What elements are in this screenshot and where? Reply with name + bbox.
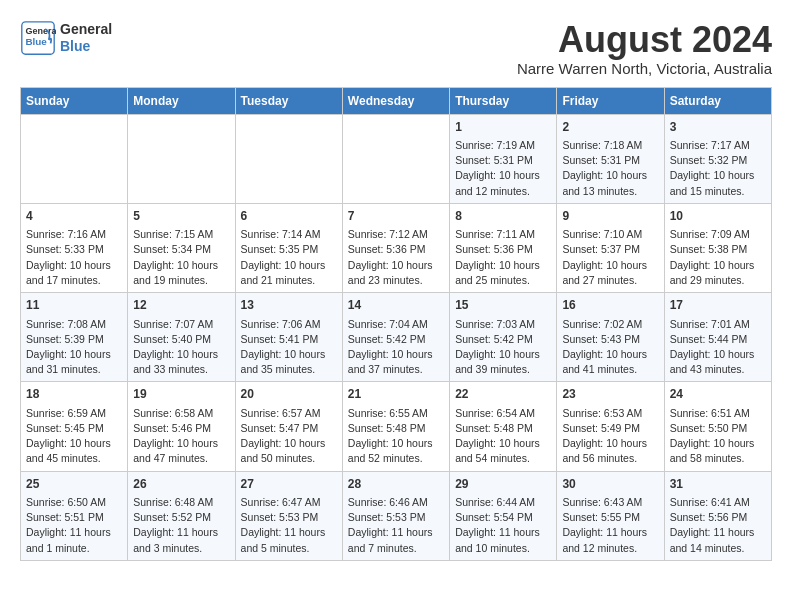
day-number: 25 bbox=[26, 476, 122, 493]
day-info: Sunset: 5:44 PM bbox=[670, 332, 766, 347]
day-info: Daylight: 10 hours bbox=[26, 258, 122, 273]
day-number: 15 bbox=[455, 297, 551, 314]
day-info: Sunset: 5:35 PM bbox=[241, 242, 337, 257]
day-info: Sunrise: 7:08 AM bbox=[26, 317, 122, 332]
day-info: Daylight: 11 hours bbox=[670, 525, 766, 540]
day-info: and 58 minutes. bbox=[670, 451, 766, 466]
day-info: Sunset: 5:32 PM bbox=[670, 153, 766, 168]
day-info: Sunset: 5:33 PM bbox=[26, 242, 122, 257]
calendar-cell: 3Sunrise: 7:17 AMSunset: 5:32 PMDaylight… bbox=[664, 114, 771, 203]
day-info: and 10 minutes. bbox=[455, 541, 551, 556]
page-header: General Blue General Blue August 2024 Na… bbox=[20, 20, 772, 77]
day-info: Sunset: 5:42 PM bbox=[348, 332, 444, 347]
day-info: Daylight: 11 hours bbox=[26, 525, 122, 540]
calendar-cell: 23Sunrise: 6:53 AMSunset: 5:49 PMDayligh… bbox=[557, 382, 664, 471]
day-info: Daylight: 11 hours bbox=[133, 525, 229, 540]
day-info: Daylight: 10 hours bbox=[241, 436, 337, 451]
day-info: Sunrise: 6:46 AM bbox=[348, 495, 444, 510]
day-number: 12 bbox=[133, 297, 229, 314]
logo-icon: General Blue bbox=[20, 20, 56, 56]
day-info: Sunrise: 6:58 AM bbox=[133, 406, 229, 421]
day-number: 9 bbox=[562, 208, 658, 225]
day-info: Sunrise: 6:53 AM bbox=[562, 406, 658, 421]
calendar-cell: 7Sunrise: 7:12 AMSunset: 5:36 PMDaylight… bbox=[342, 203, 449, 292]
day-info: and 41 minutes. bbox=[562, 362, 658, 377]
day-number: 2 bbox=[562, 119, 658, 136]
day-number: 3 bbox=[670, 119, 766, 136]
calendar-header-row: SundayMondayTuesdayWednesdayThursdayFrid… bbox=[21, 87, 772, 114]
calendar-cell: 21Sunrise: 6:55 AMSunset: 5:48 PMDayligh… bbox=[342, 382, 449, 471]
calendar-cell bbox=[21, 114, 128, 203]
calendar-cell: 12Sunrise: 7:07 AMSunset: 5:40 PMDayligh… bbox=[128, 293, 235, 382]
day-info: and 12 minutes. bbox=[455, 184, 551, 199]
day-info: and 17 minutes. bbox=[26, 273, 122, 288]
weekday-header: Saturday bbox=[664, 87, 771, 114]
day-number: 19 bbox=[133, 386, 229, 403]
day-info: Sunset: 5:38 PM bbox=[670, 242, 766, 257]
day-info: Sunrise: 6:55 AM bbox=[348, 406, 444, 421]
day-number: 5 bbox=[133, 208, 229, 225]
day-info: Daylight: 10 hours bbox=[133, 258, 229, 273]
calendar-cell: 4Sunrise: 7:16 AMSunset: 5:33 PMDaylight… bbox=[21, 203, 128, 292]
day-info: Sunset: 5:49 PM bbox=[562, 421, 658, 436]
calendar-cell: 5Sunrise: 7:15 AMSunset: 5:34 PMDaylight… bbox=[128, 203, 235, 292]
day-info: Sunset: 5:53 PM bbox=[241, 510, 337, 525]
day-info: Sunset: 5:31 PM bbox=[562, 153, 658, 168]
day-info: and 45 minutes. bbox=[26, 451, 122, 466]
day-number: 4 bbox=[26, 208, 122, 225]
day-info: and 47 minutes. bbox=[133, 451, 229, 466]
day-info: Sunset: 5:36 PM bbox=[348, 242, 444, 257]
day-number: 17 bbox=[670, 297, 766, 314]
day-number: 31 bbox=[670, 476, 766, 493]
day-info: Sunset: 5:48 PM bbox=[348, 421, 444, 436]
day-info: Daylight: 10 hours bbox=[670, 258, 766, 273]
day-number: 24 bbox=[670, 386, 766, 403]
calendar-cell: 18Sunrise: 6:59 AMSunset: 5:45 PMDayligh… bbox=[21, 382, 128, 471]
day-info: Daylight: 10 hours bbox=[133, 436, 229, 451]
day-info: Daylight: 10 hours bbox=[562, 258, 658, 273]
day-info: and 12 minutes. bbox=[562, 541, 658, 556]
day-number: 28 bbox=[348, 476, 444, 493]
day-info: and 52 minutes. bbox=[348, 451, 444, 466]
day-number: 27 bbox=[241, 476, 337, 493]
calendar-week-row: 4Sunrise: 7:16 AMSunset: 5:33 PMDaylight… bbox=[21, 203, 772, 292]
calendar-cell: 27Sunrise: 6:47 AMSunset: 5:53 PMDayligh… bbox=[235, 471, 342, 560]
day-number: 20 bbox=[241, 386, 337, 403]
day-info: and 13 minutes. bbox=[562, 184, 658, 199]
day-number: 11 bbox=[26, 297, 122, 314]
day-number: 14 bbox=[348, 297, 444, 314]
calendar-cell: 28Sunrise: 6:46 AMSunset: 5:53 PMDayligh… bbox=[342, 471, 449, 560]
day-info: Daylight: 10 hours bbox=[670, 347, 766, 362]
day-info: and 35 minutes. bbox=[241, 362, 337, 377]
day-info: Sunset: 5:39 PM bbox=[26, 332, 122, 347]
calendar-cell bbox=[235, 114, 342, 203]
day-info: and 33 minutes. bbox=[133, 362, 229, 377]
calendar-week-row: 11Sunrise: 7:08 AMSunset: 5:39 PMDayligh… bbox=[21, 293, 772, 382]
day-info: Daylight: 10 hours bbox=[455, 168, 551, 183]
day-info: Sunset: 5:45 PM bbox=[26, 421, 122, 436]
calendar-cell: 25Sunrise: 6:50 AMSunset: 5:51 PMDayligh… bbox=[21, 471, 128, 560]
day-info: Sunrise: 7:10 AM bbox=[562, 227, 658, 242]
weekday-header: Thursday bbox=[450, 87, 557, 114]
calendar-cell: 1Sunrise: 7:19 AMSunset: 5:31 PMDaylight… bbox=[450, 114, 557, 203]
day-info: Sunrise: 6:57 AM bbox=[241, 406, 337, 421]
weekday-header: Friday bbox=[557, 87, 664, 114]
day-info: Daylight: 10 hours bbox=[26, 347, 122, 362]
day-info: Sunrise: 7:15 AM bbox=[133, 227, 229, 242]
day-info: Sunset: 5:50 PM bbox=[670, 421, 766, 436]
calendar-cell: 24Sunrise: 6:51 AMSunset: 5:50 PMDayligh… bbox=[664, 382, 771, 471]
svg-text:General: General bbox=[25, 26, 56, 36]
day-info: Sunset: 5:40 PM bbox=[133, 332, 229, 347]
day-info: and 3 minutes. bbox=[133, 541, 229, 556]
day-number: 23 bbox=[562, 386, 658, 403]
day-info: Sunrise: 7:12 AM bbox=[348, 227, 444, 242]
day-info: Sunrise: 6:44 AM bbox=[455, 495, 551, 510]
day-info: Sunset: 5:54 PM bbox=[455, 510, 551, 525]
calendar-table: SundayMondayTuesdayWednesdayThursdayFrid… bbox=[20, 87, 772, 561]
calendar-week-row: 1Sunrise: 7:19 AMSunset: 5:31 PMDaylight… bbox=[21, 114, 772, 203]
day-info: Daylight: 10 hours bbox=[455, 347, 551, 362]
day-info: and 7 minutes. bbox=[348, 541, 444, 556]
weekday-header: Wednesday bbox=[342, 87, 449, 114]
day-number: 6 bbox=[241, 208, 337, 225]
day-number: 1 bbox=[455, 119, 551, 136]
